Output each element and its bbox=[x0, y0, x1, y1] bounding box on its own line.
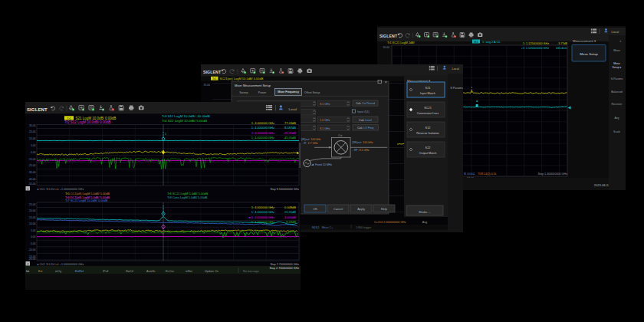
svg-text:Reverse Isolation: Reverse Isolation bbox=[416, 132, 439, 135]
svg-text:15.00: 15.00 bbox=[29, 137, 36, 140]
svg-text:SIGLENT: SIGLENT bbox=[27, 107, 48, 112]
svg-text:S-Params: S-Params bbox=[611, 77, 623, 80]
svg-text:Int: Int bbox=[26, 270, 29, 273]
svg-text:Calc On/Thresd: Calc On/Thresd bbox=[356, 102, 375, 105]
svg-text:Tr2 S12 LogM 10.0dB/ 0.00dB: Tr2 S12 LogM 10.0dB/ 0.00dB bbox=[64, 120, 111, 124]
svg-text:Offset Setup: Offset Setup bbox=[304, 91, 320, 94]
svg-text:8.587dB: 8.587dB bbox=[284, 126, 296, 130]
svg-text:15.55dB: 15.55dB bbox=[284, 210, 296, 214]
svg-text:M(S)1 Meas C+: M(S)1 Meas C+ bbox=[312, 226, 333, 229]
svg-text:Local: Local bbox=[612, 30, 619, 34]
svg-text:ExtRef: ExtRef bbox=[75, 270, 84, 273]
svg-text:1: 4.000000 GHz: 1: 4.000000 GHz bbox=[251, 126, 274, 130]
svg-text:0.048dB: 0.048dB bbox=[284, 205, 296, 209]
svg-text:Tr1 SC21 LogM 2dB/: Tr1 SC21 LogM 2dB/ bbox=[387, 41, 415, 44]
svg-text:ErrCor: ErrCor bbox=[166, 270, 175, 273]
svg-text:S22: S22 bbox=[426, 146, 431, 150]
svg-text:Receiver: Receiver bbox=[612, 103, 623, 106]
svg-text:1: 4.000000 GHz: 1: 4.000000 GHz bbox=[251, 131, 274, 135]
svg-text:[IF]out: 100 kHz: [IF]out: 100 kHz bbox=[301, 138, 321, 141]
svg-text:1: 4.000000 GHz: 1: 4.000000 GHz bbox=[251, 121, 274, 125]
svg-text:Stop 2.700000000 GHz: Stop 2.700000000 GHz bbox=[270, 263, 299, 266]
svg-text:IPv4: IPv4 bbox=[103, 270, 108, 273]
svg-text:-10.00: -10.00 bbox=[28, 248, 36, 251]
svg-text:OK: OK bbox=[313, 207, 317, 211]
svg-text:►1: 4.000000 GHz: ►1: 4.000000 GHz bbox=[248, 215, 274, 219]
svg-text:30.00: 30.00 bbox=[383, 46, 390, 49]
svg-text:Calc Level: Calc Level bbox=[359, 119, 372, 122]
svg-text:1: avg 2 A CL: 1: avg 2 A CL bbox=[482, 40, 501, 44]
svg-text:1: 4.000000 GHz: 1: 4.000000 GHz bbox=[251, 205, 274, 209]
svg-text:25.00: 25.00 bbox=[29, 130, 36, 133]
svg-text:1: 1.125000000 GHz: 1: 1.125000000 GHz bbox=[523, 42, 549, 45]
svg-text:0.00: 0.00 bbox=[31, 235, 36, 238]
svg-text:mOg: mOg bbox=[55, 270, 61, 273]
svg-text:SC21(on) LogM 10.0dB/ 0.00dB: SC21(on) LogM 10.0dB/ 0.00dB bbox=[220, 77, 264, 80]
svg-text:Calc LO Freq: Calc LO Freq bbox=[357, 127, 373, 130]
svg-text:M 100kΩ: M 100kΩ bbox=[464, 172, 475, 176]
svg-text:Stop 1.400000000 GHz: Stop 1.400000000 GHz bbox=[537, 172, 567, 176]
svg-text:S Params: S Params bbox=[450, 87, 463, 90]
svg-text:×: × bbox=[385, 80, 387, 84]
svg-text:Stop 2.700000000 GHz: Stop 2.700000000 GHz bbox=[269, 267, 299, 270]
svg-text:Media ...: Media ... bbox=[419, 210, 430, 214]
svg-text:SIGLENT: SIGLENT bbox=[380, 34, 398, 38]
svg-text:15.00: 15.00 bbox=[29, 216, 36, 219]
svg-text:C+Ch1 2.000000000 GHz: C+Ch1 2.000000000 GHz bbox=[374, 221, 406, 224]
svg-text:►Ch1: S 0.1k LvL +1.000000000: ►Ch1: S 0.1k LvL +1.000000000 GHz bbox=[37, 188, 84, 191]
svg-text:Tr7 SC21 LogM 10.0dB/ 0.00dB: Tr7 SC21 LogM 10.0dB/ 0.00dB bbox=[65, 199, 108, 202]
svg-text:S21: S21 bbox=[426, 87, 431, 90]
svg-text:×: × bbox=[619, 39, 622, 43]
svg-text:+1: 1.025000000 GHz: +1: 1.025000000 GHz bbox=[521, 47, 549, 50]
svg-text:Meas: Meas bbox=[613, 49, 620, 52]
svg-text:Input Match: Input Match bbox=[420, 92, 435, 95]
svg-text:Setup ▸: Setup ▸ bbox=[613, 66, 622, 69]
svg-text:-45.05dB: -45.05dB bbox=[284, 136, 297, 140]
svg-text:Sweep: Sweep bbox=[239, 91, 248, 94]
svg-text:TDR-14(2)-0.1k: TDR-14(2)-0.1k bbox=[478, 172, 497, 176]
svg-text:8.5 GHz: 8.5 GHz bbox=[320, 127, 330, 130]
svg-text:Stop 8.500000000 GHz: Stop 8.500000000 GHz bbox=[270, 188, 299, 191]
svg-text:Balanced: Balanced bbox=[611, 90, 623, 94]
svg-text:Conversion Loss: Conversion Loss bbox=[417, 112, 439, 115]
svg-text:Local: Local bbox=[452, 67, 459, 71]
svg-text:Tr9 Conv LogM 5.0dB/ 5.00dB: Tr9 Conv LogM 5.0dB/ 5.00dB bbox=[167, 196, 208, 199]
svg-text:25.00: 25.00 bbox=[29, 203, 36, 206]
svg-text:Meas: Meas bbox=[613, 62, 620, 65]
svg-text:- IF: 2.7 GHz: - IF: 2.7 GHz bbox=[302, 142, 318, 145]
svg-text:Output Match: Output Match bbox=[419, 152, 437, 155]
svg-text:S12: S12 bbox=[426, 127, 431, 130]
svg-text:Tr1: Tr1 bbox=[67, 117, 71, 120]
svg-text:[RF]out: 100 kHz: [RF]out: 100 kHz bbox=[353, 141, 373, 144]
svg-text:5.00: 5.00 bbox=[31, 144, 36, 147]
svg-text:Avg: Avg bbox=[615, 117, 619, 120]
svg-text:10.00: 10.00 bbox=[29, 222, 36, 225]
svg-text:Meas Setup: Meas Setup bbox=[580, 52, 598, 56]
svg-text:1:800 trigger: 1:800 trigger bbox=[356, 226, 372, 229]
svg-text:mNet: mNet bbox=[186, 270, 192, 273]
svg-text:Help: Help bbox=[381, 207, 387, 211]
svg-text:M1: M1 bbox=[474, 41, 478, 44]
svg-text:Avg: Avg bbox=[422, 221, 427, 224]
svg-text:No message: No message bbox=[243, 270, 259, 273]
svg-text:AutoSc: AutoSc bbox=[146, 270, 156, 273]
svg-text:HwCtl: HwCtl bbox=[126, 270, 133, 273]
svg-text:-1.000dB: -1.000dB bbox=[284, 215, 297, 219]
svg-text:5.00: 5.00 bbox=[31, 229, 36, 232]
svg-text:20.00: 20.00 bbox=[29, 209, 36, 212]
svg-text:8.03dB: 8.03dB bbox=[286, 220, 296, 224]
svg-text:-25.00: -25.00 bbox=[28, 164, 36, 167]
svg-text:8.5 GHz: 8.5 GHz bbox=[320, 103, 330, 106]
svg-text:Input Λ(1): Input Λ(1) bbox=[357, 110, 370, 113]
svg-text:1.0 GHz: 1.0 GHz bbox=[320, 119, 330, 122]
svg-text:- RF: 8.5 GHz: - RF: 8.5 GHz bbox=[353, 149, 370, 152]
svg-text:-25.39dB: -25.39dB bbox=[284, 131, 297, 135]
svg-text:Out: Out bbox=[338, 134, 343, 137]
svg-text:Scale: Scale bbox=[613, 130, 620, 133]
svg-text:►Ch2: S 0.1k LvL +1.000000000: ►Ch2: S 0.1k LvL +1.000000000 GHz bbox=[37, 263, 84, 266]
svg-text:Tr4 S22 LogM 10.0dB/ 5.00dB: Tr4 S22 LogM 10.0dB/ 5.00dB bbox=[162, 119, 207, 123]
svg-text:Apply: Apply bbox=[357, 207, 365, 211]
svg-text:-20.00: -20.00 bbox=[28, 258, 36, 261]
svg-text:Fixed 10 MHz: Fixed 10 MHz bbox=[315, 163, 332, 166]
svg-text:-5.00: -5.00 bbox=[30, 242, 36, 245]
